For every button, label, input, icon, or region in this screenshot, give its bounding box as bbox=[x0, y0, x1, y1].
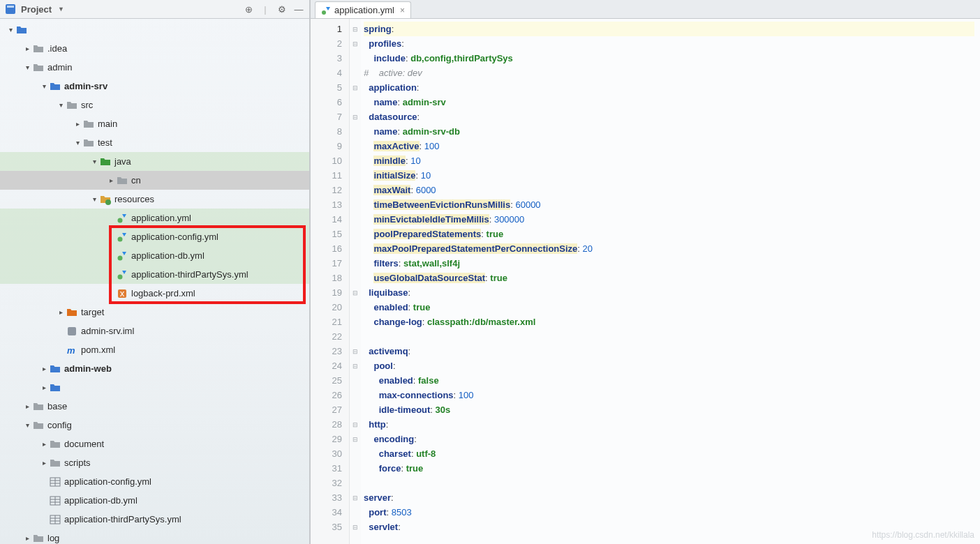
chevron-icon[interactable]: ▾ bbox=[73, 139, 82, 146]
code-line[interactable]: enabled: true bbox=[364, 300, 974, 315]
code-line[interactable]: http: bbox=[364, 417, 974, 432]
fold-toggle[interactable]: ⊟ bbox=[350, 80, 361, 95]
code-line[interactable]: name: admin-srv-db bbox=[364, 124, 974, 139]
tree-item-redacted-19[interactable]: ▸ bbox=[0, 378, 309, 397]
code-line[interactable]: enabled: false bbox=[364, 373, 974, 388]
fold-toggle[interactable]: ⊟ bbox=[350, 36, 361, 51]
code-line[interactable]: liquibase: bbox=[364, 285, 974, 300]
tree-item-test[interactable]: ▾test bbox=[0, 133, 309, 152]
code-line[interactable]: datasource: bbox=[364, 109, 974, 124]
fold-toggle[interactable]: ⊟ bbox=[350, 22, 361, 36]
chevron-icon[interactable]: ▸ bbox=[56, 308, 66, 316]
code-line[interactable]: force: true bbox=[364, 461, 974, 476]
code-line[interactable]: initialSize: 10 bbox=[364, 168, 974, 183]
chevron-icon[interactable]: ▸ bbox=[39, 365, 49, 372]
code-line[interactable]: server: bbox=[364, 490, 974, 505]
code-line[interactable]: change-log: classpath:/db/master.xml bbox=[364, 315, 974, 329]
code-line[interactable]: application: bbox=[364, 80, 974, 95]
code-line[interactable]: include: db,config,thirdPartySys bbox=[364, 51, 974, 66]
fold-toggle[interactable]: ⊟ bbox=[350, 417, 361, 432]
chevron-icon[interactable]: ▾ bbox=[22, 421, 32, 429]
code-line[interactable]: maxWait: 6000 bbox=[364, 183, 974, 197]
code-line[interactable]: spring: bbox=[364, 22, 974, 36]
code-line[interactable]: maxActive: 100 bbox=[364, 139, 974, 153]
tree-item-application-db-yml[interactable]: application-db.yml bbox=[0, 491, 309, 510]
tree-item-scripts[interactable]: ▸scripts bbox=[0, 453, 309, 472]
fold-column[interactable]: ⊟⊟⊟⊟⊟⊟⊟⊟⊟⊟⊟ bbox=[350, 19, 361, 544]
code-line[interactable]: max-connections: 100 bbox=[364, 388, 974, 402]
chevron-icon[interactable]: ▾ bbox=[22, 63, 32, 71]
gear-icon[interactable]: ⚙ bbox=[276, 3, 288, 15]
fold-toggle[interactable]: ⊟ bbox=[350, 358, 361, 373]
tree-item-java[interactable]: ▾java bbox=[0, 152, 309, 171]
chevron-icon[interactable]: ▸ bbox=[39, 459, 49, 467]
code-line[interactable]: pool: bbox=[364, 358, 974, 373]
tab-application-yml[interactable]: application.yml × bbox=[315, 1, 411, 18]
tree-item-redacted-0[interactable]: ▾ bbox=[0, 20, 309, 39]
code-line[interactable]: minIdle: 10 bbox=[364, 153, 974, 168]
chevron-icon[interactable]: ▸ bbox=[73, 120, 82, 128]
fold-toggle[interactable]: ⊟ bbox=[350, 490, 361, 505]
code-line[interactable]: filters: stat,wall,slf4j bbox=[364, 256, 974, 271]
code-line[interactable]: name: admin-srv bbox=[364, 95, 974, 109]
fold-toggle[interactable]: ⊟ bbox=[350, 344, 361, 358]
dropdown-caret-icon[interactable]: ▼ bbox=[58, 6, 64, 13]
tree-item--idea[interactable]: ▸.idea bbox=[0, 39, 309, 58]
code-line[interactable] bbox=[364, 329, 974, 344]
tree-item-application-thirdpartysys-yml[interactable]: application-thirdPartySys.yml bbox=[0, 510, 309, 529]
close-icon[interactable]: × bbox=[400, 6, 405, 15]
chevron-icon[interactable]: ▾ bbox=[89, 195, 99, 203]
tree-item-cn[interactable]: ▸cn bbox=[0, 171, 309, 190]
tree-item-admin-web[interactable]: ▸admin-web bbox=[0, 359, 309, 378]
chevron-icon[interactable]: ▸ bbox=[22, 45, 32, 52]
code-line[interactable]: # active: dev bbox=[364, 66, 974, 80]
tree-item-application-db-yml[interactable]: application-db.yml bbox=[0, 246, 309, 265]
fold-toggle[interactable]: ⊟ bbox=[350, 520, 361, 534]
chevron-icon[interactable]: ▸ bbox=[39, 384, 49, 391]
code-line[interactable]: port: 8503 bbox=[364, 505, 974, 520]
chevron-icon[interactable]: ▸ bbox=[22, 402, 32, 410]
chevron-icon[interactable]: ▸ bbox=[106, 176, 116, 184]
code-line[interactable]: poolPreparedStatements: true bbox=[364, 227, 974, 241]
project-tree[interactable]: ▾ ▸.idea▾admin▾admin-srv▾src▸main▾test▾j… bbox=[0, 19, 309, 544]
panel-title[interactable]: Project bbox=[21, 4, 52, 15]
chevron-icon[interactable]: ▾ bbox=[39, 82, 49, 90]
tree-item-application-config-yml[interactable]: application-config.yml bbox=[0, 472, 309, 491]
tree-item-base[interactable]: ▸base bbox=[0, 397, 309, 416]
tree-item-admin-srv-iml[interactable]: admin-srv.iml bbox=[0, 322, 309, 340]
code-area[interactable]: spring: profiles: include: db,config,thi… bbox=[361, 19, 980, 544]
fold-toggle[interactable]: ⊟ bbox=[350, 432, 361, 446]
tree-item-admin[interactable]: ▾admin bbox=[0, 58, 309, 77]
tree-item-application-thirdpartysys-yml[interactable]: application-thirdPartySys.yml bbox=[0, 265, 309, 284]
tree-item-main[interactable]: ▸main bbox=[0, 114, 309, 133]
tree-item-application-yml[interactable]: application.yml bbox=[0, 209, 309, 227]
code-line[interactable]: profiles: bbox=[364, 36, 974, 51]
code-line[interactable]: charset: utf-8 bbox=[364, 446, 974, 461]
tree-item-target[interactable]: ▸target bbox=[0, 303, 309, 322]
code-line[interactable]: minEvictableIdleTimeMillis: 300000 bbox=[364, 212, 974, 227]
chevron-icon[interactable]: ▾ bbox=[56, 101, 66, 109]
chevron-icon[interactable]: ▾ bbox=[6, 26, 15, 33]
code-line[interactable]: activemq: bbox=[364, 344, 974, 358]
tree-item-admin-srv[interactable]: ▾admin-srv bbox=[0, 77, 309, 96]
tree-item-config[interactable]: ▾config bbox=[0, 416, 309, 435]
chevron-icon[interactable]: ▸ bbox=[22, 534, 32, 542]
chevron-icon[interactable]: ▾ bbox=[89, 158, 99, 165]
tree-item-log[interactable]: ▸log bbox=[0, 529, 309, 544]
code-line[interactable]: encoding: bbox=[364, 432, 974, 446]
code-line[interactable]: idle-timeout: 30s bbox=[364, 402, 974, 417]
chevron-icon[interactable]: ▸ bbox=[39, 440, 49, 448]
fold-toggle[interactable]: ⊟ bbox=[350, 285, 361, 300]
fold-toggle[interactable]: ⊟ bbox=[350, 109, 361, 124]
code-line[interactable]: useGlobalDataSourceStat: true bbox=[364, 271, 974, 285]
code-line[interactable]: maxPoolPreparedStatementPerConnectionSiz… bbox=[364, 241, 974, 256]
code-line[interactable] bbox=[364, 476, 974, 490]
tree-item-logback-prd-xml[interactable]: xlogback-prd.xml bbox=[0, 284, 309, 303]
tree-item-pom-xml[interactable]: mpom.xml bbox=[0, 340, 309, 359]
tree-item-document[interactable]: ▸document bbox=[0, 435, 309, 453]
tree-item-application-config-yml[interactable]: application-config.yml bbox=[0, 227, 309, 246]
minimize-icon[interactable]: — bbox=[292, 3, 305, 15]
tree-item-src[interactable]: ▾src bbox=[0, 96, 309, 114]
tree-item-resources[interactable]: ▾resources bbox=[0, 190, 309, 209]
target-icon[interactable]: ⊕ bbox=[242, 3, 255, 15]
